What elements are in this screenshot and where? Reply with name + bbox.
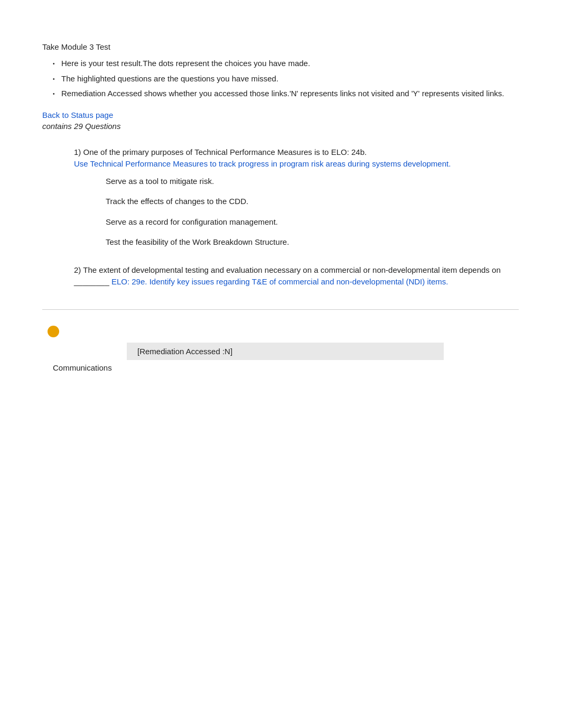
result-section: [Remediation Accessed :N] Communications [42,326,519,372]
intro-item-3: Remediation Accessed shows whether you a… [53,88,519,100]
back-to-status-link[interactable]: Back to Status page [42,110,519,119]
question-block-2: 2) The extent of developmental testing a… [74,264,519,288]
result-item: [Remediation Accessed :N] Communications [42,343,519,372]
intro-item-1: Here is your test result.The dots repres… [53,58,519,70]
contains-questions-label: contains 29 Questions [42,122,519,131]
option-1-1: Serve as a tool to mitigate risk. [106,176,519,188]
page-title: Take Module 3 Test [42,42,519,51]
page-container: Take Module 3 Test Here is your test res… [42,42,519,372]
dot-indicator [48,326,59,337]
option-1-3: Serve as a record for configuration mana… [106,216,519,228]
question-1-options: Serve as a tool to mitigate risk. Track … [106,176,519,248]
intro-item-2: The highlighted questions are the questi… [53,73,519,85]
option-1-4: Test the feasibility of the Work Breakdo… [106,236,519,248]
question-1-elo-link[interactable]: Use Technical Performance Measures to tr… [74,159,451,168]
question-1-header: 1) One of the primary purposes of Techni… [74,146,519,170]
option-1-2: Track the effects of changes to the CDD. [106,196,519,208]
question-2-elo-link[interactable]: ELO: 29e. Identify key issues regarding … [111,277,448,286]
question-2-number: 2) [74,265,81,274]
question-1-number: 1) [74,148,81,156]
question-2-header: 2) The extent of developmental testing a… [74,264,519,288]
section-separator [42,309,519,310]
questions-container: 1) One of the primary purposes of Techni… [74,146,519,288]
question-block-1: 1) One of the primary purposes of Techni… [74,146,519,248]
question-1-text: One of the primary purposes of Technical… [83,148,329,156]
answer-label: Communications [53,363,519,372]
question-1-elo-ref: ELO: 24b. [331,148,367,156]
remediation-accessed-label: [Remediation Accessed :N] [127,343,444,360]
intro-list: Here is your test result.The dots repres… [53,58,519,100]
